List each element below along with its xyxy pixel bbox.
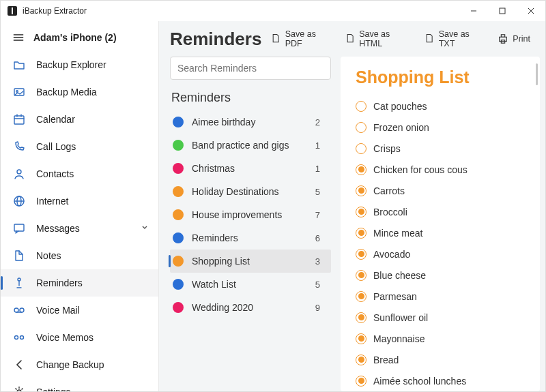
reminder-list-row[interactable]: Shopping List 3: [170, 250, 331, 273]
page-title: Reminders: [170, 29, 261, 50]
app-title: iBackup Extractor: [23, 6, 87, 16]
sidebar-item-notes[interactable]: Notes: [1, 242, 158, 269]
svg-rect-1: [500, 8, 505, 14]
reminder-item-label: Carrots: [373, 185, 405, 196]
sidebar-item-voice-mail[interactable]: Voice Mail: [1, 297, 158, 324]
checkbox-ring-icon[interactable]: [356, 376, 367, 387]
reminder-list-row[interactable]: House improvements 7: [170, 203, 331, 226]
sidebar-item-voice-memos[interactable]: Voice Memos: [1, 324, 158, 351]
color-dot-icon: [173, 302, 184, 313]
toolbar-save-as-html[interactable]: Save as HTML: [341, 27, 414, 51]
checkbox-ring-icon[interactable]: [356, 101, 367, 112]
contact-icon: [13, 168, 25, 180]
color-dot-icon: [173, 256, 184, 267]
reminder-item[interactable]: Bread: [356, 349, 533, 370]
sidebar-item-label: Calendar: [36, 114, 75, 125]
window-maximize-button[interactable]: [488, 1, 517, 21]
sidebar-item-call-logs[interactable]: Call Logs: [1, 133, 158, 160]
checkbox-ring-icon[interactable]: [356, 185, 367, 196]
reminder-item[interactable]: Mayonnaise: [356, 328, 533, 349]
reminder-item[interactable]: Carrots: [356, 180, 533, 201]
sidebar-item-label: Settings: [36, 387, 71, 391]
list-label: Christmas: [192, 163, 235, 174]
sidebar-item-internet[interactable]: Internet: [1, 187, 158, 215]
reminder-item[interactable]: Parmesan: [356, 286, 533, 307]
list-label: Aimee birthday: [192, 117, 255, 127]
color-dot-icon: [173, 279, 184, 290]
toolbar-print[interactable]: Print: [493, 27, 534, 51]
svg-point-8: [16, 91, 18, 93]
sidebar-item-label: Internet: [36, 196, 68, 207]
toolbar-label: Save as TXT: [439, 29, 483, 48]
reminder-item[interactable]: Frozen onion: [356, 117, 533, 138]
reminder-item-label: Mayonnaise: [373, 333, 425, 344]
toolbar-save-as-txt[interactable]: Save as TXT: [420, 27, 487, 51]
checkbox-ring-icon[interactable]: [356, 228, 367, 239]
reminder-list-row[interactable]: Wedding 2020 9: [170, 296, 331, 319]
toolbar-label: Print: [513, 34, 530, 44]
sidebar-device-header[interactable]: Adam's iPhone (2): [1, 25, 158, 51]
color-dot-icon: [173, 117, 184, 127]
reminder-list-row[interactable]: Band practice and gigs 1: [170, 134, 331, 157]
reminder-list-row[interactable]: Watch List 5: [170, 273, 331, 296]
svg-point-13: [17, 170, 21, 174]
reminder-item[interactable]: Avocado: [356, 243, 533, 265]
reminder-item[interactable]: Sunflower oil: [356, 307, 533, 328]
reminder-list-row[interactable]: Reminders 6: [170, 226, 331, 250]
checkbox-ring-icon[interactable]: [356, 355, 367, 365]
note-icon: [13, 250, 25, 262]
svg-rect-27: [502, 35, 505, 37]
color-dot-icon: [173, 163, 184, 174]
reminder-list-row[interactable]: Christmas 1: [170, 157, 331, 180]
list-label: Shopping List: [192, 256, 250, 267]
reminder-item[interactable]: Crisps: [356, 138, 533, 159]
sidebar: Adam's iPhone (2) Backup Explorer Backup…: [1, 21, 159, 391]
reminder-list-row[interactable]: Aimee birthday 2: [170, 110, 331, 134]
checkbox-ring-icon[interactable]: [356, 312, 367, 323]
window-close-button[interactable]: [517, 1, 545, 21]
reminder-item[interactable]: Blue cheese: [356, 265, 533, 286]
sidebar-item-label: Backup Explorer: [36, 59, 106, 70]
checkbox-ring-icon[interactable]: [356, 122, 367, 133]
checkbox-ring-icon[interactable]: [356, 143, 367, 154]
toolbar-label: Save as HTML: [359, 29, 410, 48]
reminder-list-row[interactable]: Holiday Destinations 5: [170, 180, 331, 203]
checkbox-ring-icon[interactable]: [356, 270, 367, 281]
file-icon: [345, 33, 355, 44]
reminder-item[interactable]: Cat pouches: [356, 95, 533, 117]
sidebar-item-label: Contacts: [36, 168, 74, 179]
scrollbar-indicator[interactable]: [536, 63, 538, 85]
sidebar-item-reminders[interactable]: Reminders: [1, 269, 158, 297]
sidebar-item-label: Voice Mail: [36, 305, 80, 316]
window-minimize-button[interactable]: [459, 1, 488, 21]
device-label: Adam's iPhone (2): [33, 32, 117, 43]
sidebar-item-messages[interactable]: Messages: [1, 215, 158, 242]
checkbox-ring-icon[interactable]: [356, 249, 367, 260]
list-count: 6: [315, 233, 324, 243]
reminder-item-label: Mince meat: [373, 228, 422, 239]
checkbox-ring-icon[interactable]: [356, 164, 367, 175]
checkbox-ring-icon[interactable]: [356, 333, 367, 344]
checkbox-ring-icon[interactable]: [356, 291, 367, 302]
reminder-item[interactable]: Mince meat: [356, 222, 533, 243]
toolbar-save-as-pdf[interactable]: Save as PDF: [267, 27, 334, 51]
sidebar-footer-settings[interactable]: Settings: [1, 378, 158, 391]
sidebar-footer-change-backup[interactable]: Change Backup: [1, 351, 158, 378]
reminder-item[interactable]: Aimée school lunches: [356, 370, 533, 391]
phone-icon: [13, 140, 25, 153]
sidebar-item-contacts[interactable]: Contacts: [1, 160, 158, 187]
reminder-item[interactable]: Broccoli: [356, 201, 533, 222]
hamburger-icon: [13, 33, 24, 42]
checkbox-ring-icon[interactable]: [356, 207, 367, 217]
folder-icon: [13, 59, 25, 71]
sidebar-item-backup-explorer[interactable]: Backup Explorer: [1, 51, 158, 78]
detail-title: Shopping List: [356, 67, 533, 87]
sidebar-item-backup-media[interactable]: Backup Media: [1, 78, 158, 106]
list-count: 2: [315, 117, 324, 127]
sidebar-item-calendar[interactable]: Calendar: [1, 106, 158, 133]
reminder-item[interactable]: Chicken for cous cous: [356, 159, 533, 180]
list-count: 1: [315, 164, 324, 174]
list-label: Holiday Destinations: [192, 186, 279, 197]
search-input[interactable]: [170, 57, 331, 80]
sidebar-item-label: Reminders: [36, 277, 83, 288]
